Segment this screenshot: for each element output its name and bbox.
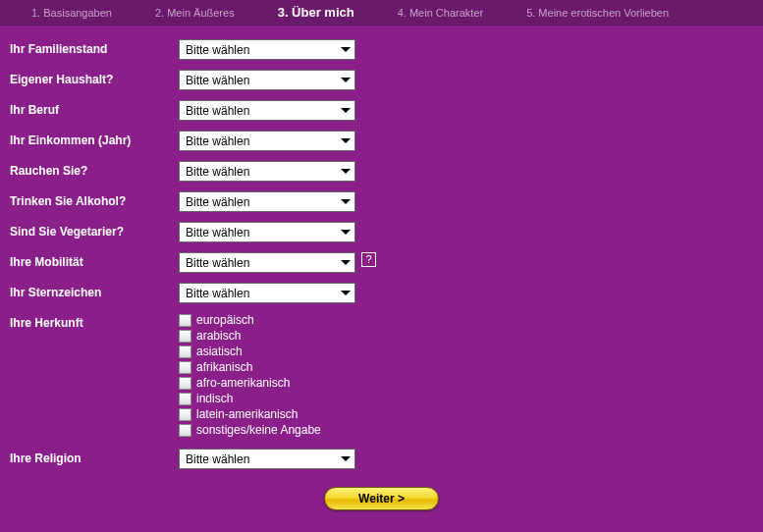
checkbox-label: arabisch: [196, 329, 241, 343]
label-beruf: Ihr Beruf: [10, 100, 179, 117]
checkbox-row: afrikanisch: [179, 360, 321, 374]
help-icon[interactable]: ?: [361, 252, 376, 267]
select-value: Bitte wählen: [186, 287, 249, 300]
row-einkommen: Ihr Einkommen (Jahr) Bitte wählen: [10, 131, 753, 151]
select-value: Bitte wählen: [186, 43, 249, 57]
chevron-down-icon: [341, 260, 351, 265]
form-area: Ihr Familienstand Bitte wählen Eigener H…: [0, 26, 763, 510]
row-herkunft: Ihre Herkunft europäisch arabisch asiati…: [10, 313, 753, 439]
label-alkohol: Trinken Sie Alkohol?: [10, 191, 179, 208]
checkbox-row: arabisch: [179, 329, 321, 343]
select-value: Bitte wählen: [186, 226, 249, 239]
chevron-down-icon: [341, 456, 351, 461]
tab-aeusseres[interactable]: 2. Mein Äußeres: [134, 0, 256, 26]
select-value: Bitte wählen: [186, 165, 249, 179]
checkbox-row: latein-amerikanisch: [179, 407, 321, 421]
select-religion[interactable]: Bitte wählen: [179, 449, 355, 469]
select-rauchen[interactable]: Bitte wählen: [179, 161, 355, 182]
checkbox-row: europäisch: [179, 313, 321, 327]
select-sternzeichen[interactable]: Bitte wählen: [179, 283, 355, 303]
row-beruf: Ihr Beruf Bitte wählen: [10, 100, 753, 121]
select-value: Bitte wählen: [186, 195, 249, 209]
checkbox-label: afro-amerikanisch: [196, 376, 290, 390]
select-value: Bitte wählen: [186, 256, 249, 270]
row-alkohol: Trinken Sie Alkohol? Bitte wählen: [10, 191, 753, 212]
step-tabs: 1. Basisangaben 2. Mein Äußeres 3. Über …: [0, 0, 763, 26]
button-row: Weiter >: [10, 487, 753, 510]
tab-ueber-mich[interactable]: 3. Über mich: [256, 0, 376, 26]
row-haushalt: Eigener Haushalt? Bitte wählen: [10, 70, 753, 90]
label-mobilitaet: Ihre Mobilität: [10, 252, 179, 269]
checkbox-arabisch[interactable]: [179, 330, 191, 343]
select-familienstand[interactable]: Bitte wählen: [179, 39, 355, 60]
chevron-down-icon: [341, 291, 351, 295]
checkbox-sonstiges[interactable]: [179, 424, 191, 437]
row-familienstand: Ihr Familienstand Bitte wählen: [10, 39, 753, 60]
checkbox-afro-amerikanisch[interactable]: [179, 377, 191, 390]
row-sternzeichen: Ihr Sternzeichen Bitte wählen: [10, 283, 753, 303]
checkbox-row: afro-amerikanisch: [179, 376, 321, 390]
select-value: Bitte wählen: [186, 452, 249, 466]
weiter-button[interactable]: Weiter >: [324, 487, 439, 510]
row-mobilitaet: Ihre Mobilität Bitte wählen ?: [10, 252, 753, 273]
checkbox-label: afrikanisch: [196, 360, 252, 374]
checkbox-europaeisch[interactable]: [179, 314, 191, 327]
select-vegetarier[interactable]: Bitte wählen: [179, 222, 355, 242]
chevron-down-icon: [341, 78, 351, 82]
checkbox-label: europäisch: [196, 313, 254, 327]
label-familienstand: Ihr Familienstand: [10, 39, 179, 56]
checkbox-row: indisch: [179, 392, 321, 405]
chevron-down-icon: [341, 199, 351, 204]
checkbox-label: sonstiges/keine Angabe: [196, 423, 321, 437]
select-value: Bitte wählen: [186, 104, 249, 118]
checkbox-row: asiatisch: [179, 345, 321, 358]
row-vegetarier: Sind Sie Vegetarier? Bitte wählen: [10, 222, 753, 242]
chevron-down-icon: [341, 230, 351, 235]
select-alkohol[interactable]: Bitte wählen: [179, 191, 355, 212]
checkbox-asiatisch[interactable]: [179, 346, 191, 358]
tab-vorlieben[interactable]: 5. Meine erotischen Vorlieben: [505, 0, 690, 26]
select-mobilitaet[interactable]: Bitte wählen: [179, 252, 355, 273]
label-religion: Ihre Religion: [10, 449, 179, 465]
select-beruf[interactable]: Bitte wählen: [179, 100, 355, 121]
label-herkunft: Ihre Herkunft: [10, 313, 179, 330]
tab-basisangaben[interactable]: 1. Basisangaben: [10, 0, 134, 26]
herkunft-checkbox-list: europäisch arabisch asiatisch afrikanisc…: [179, 313, 321, 439]
checkbox-afrikanisch[interactable]: [179, 361, 191, 374]
label-einkommen: Ihr Einkommen (Jahr): [10, 131, 179, 147]
row-religion: Ihre Religion Bitte wählen: [10, 449, 753, 469]
chevron-down-icon: [341, 169, 351, 174]
chevron-down-icon: [341, 138, 351, 143]
label-haushalt: Eigener Haushalt?: [10, 70, 179, 86]
checkbox-indisch[interactable]: [179, 393, 191, 405]
select-value: Bitte wählen: [186, 134, 249, 148]
checkbox-latein-amerikanisch[interactable]: [179, 408, 191, 421]
checkbox-row: sonstiges/keine Angabe: [179, 423, 321, 437]
select-haushalt[interactable]: Bitte wählen: [179, 70, 355, 90]
label-sternzeichen: Ihr Sternzeichen: [10, 283, 179, 299]
select-einkommen[interactable]: Bitte wählen: [179, 131, 355, 151]
row-rauchen: Rauchen Sie? Bitte wählen: [10, 161, 753, 182]
chevron-down-icon: [341, 47, 351, 52]
checkbox-label: asiatisch: [196, 345, 243, 358]
checkbox-label: latein-amerikanisch: [196, 407, 298, 421]
label-vegetarier: Sind Sie Vegetarier?: [10, 222, 179, 239]
chevron-down-icon: [341, 108, 351, 113]
label-rauchen: Rauchen Sie?: [10, 161, 179, 178]
checkbox-label: indisch: [196, 392, 233, 405]
tab-charakter[interactable]: 4. Mein Charakter: [376, 0, 505, 26]
select-value: Bitte wählen: [186, 74, 249, 87]
